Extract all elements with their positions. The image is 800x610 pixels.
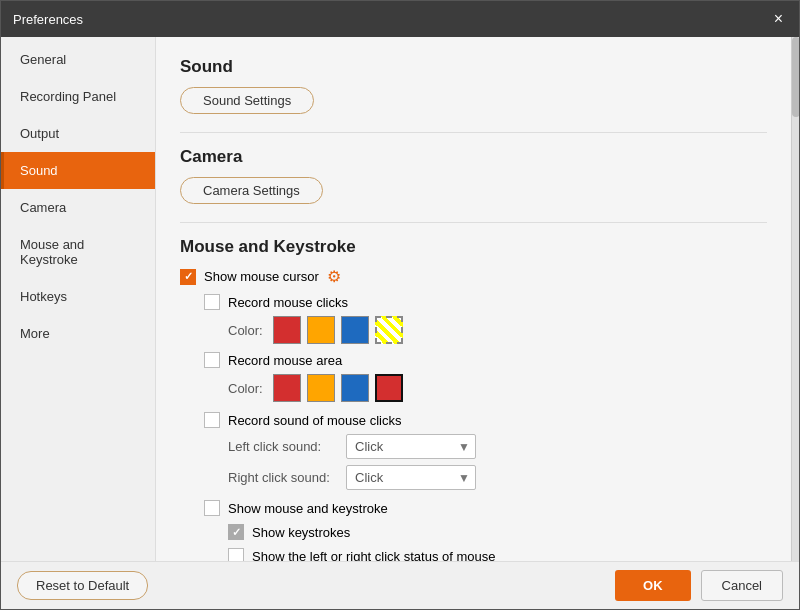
record-mouse-area-label: Record mouse area — [228, 353, 342, 368]
sidebar-item-mouse-keystroke[interactable]: Mouse and Keystroke — [1, 226, 155, 278]
show-keystrokes-checkbox[interactable] — [228, 524, 244, 540]
divider-2 — [180, 222, 767, 223]
color-row-2: Color: — [228, 374, 767, 402]
left-click-dropdown-wrapper: Click ▼ — [346, 434, 476, 459]
gear-icon[interactable]: ⚙ — [327, 267, 341, 286]
main-panel: Sound Sound Settings Camera Camera Setti… — [156, 37, 791, 561]
left-click-sound-label: Left click sound: — [228, 439, 338, 454]
camera-settings-button[interactable]: Camera Settings — [180, 177, 323, 204]
show-keystrokes-row: Show keystrokes — [228, 524, 767, 540]
content-area: General Recording Panel Output Sound Cam… — [1, 37, 799, 561]
sound-settings-button[interactable]: Sound Settings — [180, 87, 314, 114]
footer-right: OK Cancel — [615, 570, 783, 601]
sidebar-item-output[interactable]: Output — [1, 115, 155, 152]
sidebar-item-more[interactable]: More — [1, 315, 155, 352]
sidebar-item-recording-panel[interactable]: Recording Panel — [1, 78, 155, 115]
footer-bar: Reset to Default OK Cancel — [1, 561, 799, 609]
show-mouse-cursor-label: Show mouse cursor — [204, 269, 319, 284]
show-mouse-keystroke-checkbox[interactable] — [204, 500, 220, 516]
color-swatch-blue-2[interactable] — [341, 374, 369, 402]
show-left-right-row: Show the left or right click status of m… — [228, 548, 767, 561]
color-label-2: Color: — [228, 381, 263, 396]
title-bar: Preferences × — [1, 1, 799, 37]
right-click-sound-label: Right click sound: — [228, 470, 338, 485]
camera-section-title: Camera — [180, 147, 767, 167]
close-button[interactable]: × — [770, 9, 787, 29]
color-swatch-orange-1[interactable] — [307, 316, 335, 344]
window-title: Preferences — [13, 12, 83, 27]
show-left-right-label: Show the left or right click status of m… — [252, 549, 496, 562]
left-click-sound-row: Left click sound: Click ▼ — [228, 434, 767, 459]
color-label-1: Color: — [228, 323, 263, 338]
show-mouse-cursor-row: Show mouse cursor ⚙ — [180, 267, 767, 286]
mouse-keystroke-section-title: Mouse and Keystroke — [180, 237, 767, 257]
color-row-1: Color: — [228, 316, 767, 344]
divider-1 — [180, 132, 767, 133]
sidebar: General Recording Panel Output Sound Cam… — [1, 37, 156, 561]
color-swatch-red-outlined[interactable] — [375, 374, 403, 402]
right-click-sound-select[interactable]: Click — [346, 465, 476, 490]
show-mouse-cursor-checkbox[interactable] — [180, 269, 196, 285]
reset-to-default-button[interactable]: Reset to Default — [17, 571, 148, 600]
sidebar-item-camera[interactable]: Camera — [1, 189, 155, 226]
sidebar-item-sound[interactable]: Sound — [1, 152, 155, 189]
show-keystrokes-label: Show keystrokes — [252, 525, 350, 540]
record-sound-checkbox[interactable] — [204, 412, 220, 428]
record-mouse-area-checkbox[interactable] — [204, 352, 220, 368]
record-sound-row: Record sound of mouse clicks — [204, 412, 767, 428]
show-mouse-keystroke-label: Show mouse and keystroke — [228, 501, 388, 516]
left-click-sound-select[interactable]: Click — [346, 434, 476, 459]
right-click-dropdown-wrapper: Click ▼ — [346, 465, 476, 490]
color-swatch-red-2[interactable] — [273, 374, 301, 402]
show-left-right-checkbox[interactable] — [228, 548, 244, 561]
record-mouse-clicks-label: Record mouse clicks — [228, 295, 348, 310]
record-mouse-clicks-row: Record mouse clicks — [204, 294, 767, 310]
record-mouse-clicks-checkbox[interactable] — [204, 294, 220, 310]
right-click-sound-row: Right click sound: Click ▼ — [228, 465, 767, 490]
color-swatch-blue-1[interactable] — [341, 316, 369, 344]
preferences-window: Preferences × General Recording Panel Ou… — [0, 0, 800, 610]
cancel-button[interactable]: Cancel — [701, 570, 783, 601]
scrollbar[interactable] — [791, 37, 799, 561]
color-swatch-red-1[interactable] — [273, 316, 301, 344]
ok-button[interactable]: OK — [615, 570, 691, 601]
sidebar-item-general[interactable]: General — [1, 41, 155, 78]
record-mouse-area-row: Record mouse area — [204, 352, 767, 368]
sidebar-item-hotkeys[interactable]: Hotkeys — [1, 278, 155, 315]
color-swatch-yellow-dotted[interactable] — [375, 316, 403, 344]
color-swatch-orange-2[interactable] — [307, 374, 335, 402]
record-sound-label: Record sound of mouse clicks — [228, 413, 401, 428]
show-mouse-keystroke-row: Show mouse and keystroke — [204, 500, 767, 516]
scrollbar-thumb[interactable] — [792, 37, 799, 117]
sound-section-title: Sound — [180, 57, 767, 77]
